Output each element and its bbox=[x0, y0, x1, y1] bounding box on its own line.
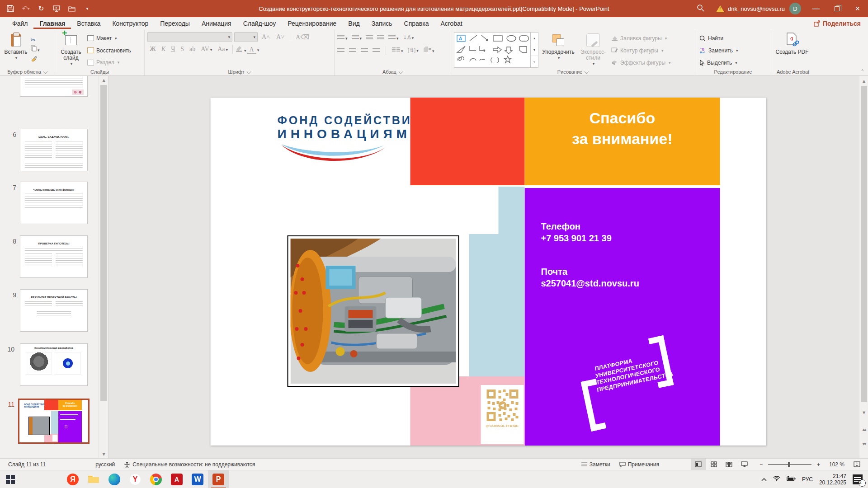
collapse-ribbon-chevron[interactable]: ⌃ bbox=[861, 69, 864, 74]
columns-button[interactable]: ▾ bbox=[392, 46, 403, 54]
bullets-button[interactable]: ▾ bbox=[337, 33, 348, 42]
slide-11[interactable]: ФОНД СОДЕЙСТВИЯ ИННОВАЦИЯМ Спасибоза вни… bbox=[211, 98, 766, 446]
font-color-button[interactable]: A▾ bbox=[247, 45, 259, 53]
text-shadow-button[interactable]: S bbox=[178, 45, 186, 54]
language-indicator[interactable]: русский bbox=[91, 459, 119, 470]
line-spacing-button[interactable]: ▾ bbox=[388, 33, 399, 42]
bold-button[interactable]: Ж bbox=[147, 45, 158, 54]
comments-button[interactable]: Примечания bbox=[615, 459, 664, 470]
tab-home[interactable]: Главная bbox=[33, 18, 71, 29]
tab-file[interactable]: Файл bbox=[6, 18, 33, 29]
find-button[interactable]: Найти bbox=[698, 33, 739, 43]
taskbar-yandex-browser-icon[interactable]: Y bbox=[125, 470, 146, 488]
account-email[interactable]: dnk_novsu@novsu.ru bbox=[728, 5, 785, 12]
open-folder-icon[interactable] bbox=[68, 5, 76, 13]
quick-styles-button[interactable]: Экспресс-стили▾ bbox=[578, 32, 608, 68]
slide-sorter-view-button[interactable] bbox=[706, 459, 722, 470]
arrange-button[interactable]: Упорядочить▾ bbox=[540, 32, 576, 68]
wifi-icon[interactable] bbox=[773, 476, 780, 483]
tab-design[interactable]: Конструктор bbox=[106, 18, 154, 29]
tab-transitions[interactable]: Переходы bbox=[154, 18, 196, 29]
tab-review[interactable]: Рецензирование bbox=[282, 18, 342, 29]
replace-button[interactable]: bcЗаменить▾ bbox=[698, 45, 739, 56]
justify-button[interactable] bbox=[373, 48, 380, 53]
tab-acrobat[interactable]: Acrobat bbox=[435, 18, 468, 29]
decrease-indent-button[interactable] bbox=[366, 35, 373, 40]
paste-button[interactable]: Вставить▾ bbox=[3, 32, 29, 68]
font-size-combo[interactable]: ▾ bbox=[234, 32, 258, 42]
grow-font-button[interactable]: A˄ bbox=[259, 33, 272, 42]
shrink-font-button[interactable]: A˅ bbox=[274, 33, 287, 42]
align-text-button[interactable]: [⇅]▾ bbox=[408, 47, 419, 53]
change-case-button[interactable]: Aa▾ bbox=[215, 45, 230, 54]
accessibility-status[interactable]: Специальные возможности: не поддерживают… bbox=[119, 459, 259, 470]
normal-view-button[interactable] bbox=[691, 459, 706, 470]
zoom-slider[interactable] bbox=[768, 464, 811, 465]
shape-fill-button[interactable]: Заливка фигуры▾ bbox=[610, 33, 672, 43]
strikethrough-button[interactable]: ab bbox=[187, 45, 198, 54]
align-center-button[interactable] bbox=[349, 48, 356, 53]
taskbar-acrobat-icon[interactable]: A bbox=[166, 470, 187, 488]
tab-help[interactable]: Справка bbox=[398, 18, 435, 29]
reading-view-button[interactable] bbox=[722, 459, 737, 470]
clipboard-dialog-launcher[interactable] bbox=[43, 69, 47, 74]
align-right-button[interactable] bbox=[361, 48, 368, 53]
clear-formatting-button[interactable]: A⌫ bbox=[293, 33, 311, 42]
scroll-down-arrow[interactable]: ▼ bbox=[99, 450, 108, 458]
thumbnail-slide-8[interactable]: ПРОВЕРКА ГИПОТЕЗЫ bbox=[20, 235, 88, 278]
previous-slide-button[interactable]: ▲▲ bbox=[859, 426, 868, 434]
next-slide-button[interactable]: ▼▼ bbox=[859, 440, 868, 448]
smartart-button[interactable]: ▾ bbox=[423, 46, 434, 54]
paragraph-dialog-launcher[interactable] bbox=[398, 69, 403, 74]
tray-expand-chevron[interactable] bbox=[761, 476, 767, 483]
battery-icon[interactable] bbox=[787, 476, 796, 483]
align-left-button[interactable] bbox=[337, 48, 344, 53]
undo-icon[interactable]: ↶▾ bbox=[22, 5, 30, 13]
scroll-up-arrow[interactable]: ▲ bbox=[99, 76, 108, 84]
tab-insert[interactable]: Вставка bbox=[71, 18, 106, 29]
tab-slideshow[interactable]: Слайд-шоу bbox=[237, 18, 282, 29]
notes-button[interactable]: Заметки bbox=[577, 459, 615, 470]
share-button[interactable]: Поделиться bbox=[814, 20, 861, 27]
drawing-dialog-launcher[interactable] bbox=[585, 69, 589, 74]
copy-icon[interactable]: ▾ bbox=[31, 45, 40, 53]
thumbnail-panel-scrollbar[interactable]: ▲ ▼ bbox=[99, 76, 108, 458]
thumbnail-slide-9[interactable]: РЕЗУЛЬТАТ ПРОЕКТНОЙ РАБОТЫ bbox=[20, 289, 88, 332]
tab-animation[interactable]: Анимация bbox=[196, 18, 237, 29]
create-pdf-button[interactable]: Создать PDF bbox=[774, 32, 810, 68]
tab-record[interactable]: Запись bbox=[366, 18, 398, 29]
shape-outline-button[interactable]: Контур фигуры▾ bbox=[610, 45, 672, 56]
numbering-button[interactable]: ▾ bbox=[352, 33, 362, 42]
zoom-level[interactable]: 102 % bbox=[825, 459, 849, 470]
tray-language[interactable]: РУС bbox=[802, 476, 813, 483]
start-slideshow-icon[interactable] bbox=[52, 5, 61, 13]
restore-button[interactable] bbox=[826, 0, 847, 17]
format-painter-icon[interactable] bbox=[31, 55, 40, 63]
save-icon[interactable] bbox=[6, 5, 14, 13]
section-button[interactable]: Раздел▾ bbox=[86, 57, 132, 68]
font-name-combo[interactable]: ▾ bbox=[147, 32, 232, 42]
text-direction-button[interactable]: ↓A▾ bbox=[403, 34, 414, 41]
font-dialog-launcher[interactable] bbox=[246, 69, 251, 74]
character-spacing-button[interactable]: AV▾ bbox=[198, 45, 214, 54]
notification-center-icon[interactable]: 2 bbox=[853, 474, 863, 484]
thumbnail-slide-11-selected[interactable]: ФОНД СОДЕЙСТВИЯИННОВАЦИЯМ Спасибоза вним… bbox=[18, 399, 90, 444]
slideshow-view-button[interactable] bbox=[737, 459, 752, 470]
scroll-down-arrow[interactable]: ▼ bbox=[859, 408, 868, 417]
shape-effects-button[interactable]: Эффекты фигуры▾ bbox=[610, 57, 672, 68]
shapes-gallery[interactable]: A ▴▾▿ bbox=[454, 32, 538, 68]
scrollbar-thumb[interactable] bbox=[861, 86, 867, 402]
taskbar-word-icon[interactable]: W bbox=[187, 470, 208, 488]
taskbar-powerpoint-icon[interactable]: P bbox=[208, 470, 229, 488]
thumbnail-slide-5-partial[interactable] bbox=[20, 76, 88, 97]
cut-icon[interactable]: ✂ bbox=[31, 37, 40, 43]
select-button[interactable]: Выделить▾ bbox=[698, 57, 739, 68]
scroll-up-arrow[interactable]: ▲ bbox=[859, 77, 868, 85]
underline-button[interactable]: Ч bbox=[169, 45, 177, 54]
highlight-color-button[interactable]: ▾ bbox=[235, 45, 246, 54]
zoom-out-button[interactable]: − bbox=[752, 459, 764, 470]
italic-button[interactable]: К bbox=[159, 45, 168, 54]
new-slide-button[interactable]: Создать слайд▾ bbox=[58, 32, 84, 68]
minimize-button[interactable]: — bbox=[806, 0, 826, 17]
tab-view[interactable]: Вид bbox=[342, 18, 365, 29]
